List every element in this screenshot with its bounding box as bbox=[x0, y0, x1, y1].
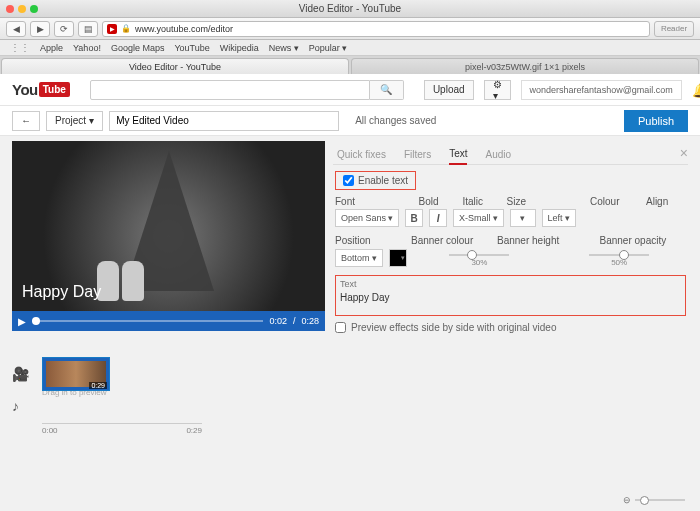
tab-active[interactable]: Video Editor - YouTube bbox=[1, 58, 349, 74]
back-to-projects-button[interactable]: ← bbox=[12, 111, 40, 131]
text-field-label: Text bbox=[340, 279, 357, 289]
text-input-box: Text Happy Day bbox=[335, 275, 686, 316]
time-current: 0:02 bbox=[269, 316, 287, 326]
enable-text-checkbox[interactable] bbox=[343, 175, 354, 186]
timeline-ruler: 0:00 0:29 bbox=[42, 423, 202, 435]
banner-height-slider[interactable]: 30% bbox=[413, 248, 547, 267]
lock-icon: 🔒 bbox=[121, 24, 131, 33]
project-bar: ← Project ▾ All changes saved Publish bbox=[0, 106, 700, 136]
clip-duration: 0:29 bbox=[89, 382, 107, 389]
tab-audio[interactable]: Audio bbox=[485, 149, 511, 164]
video-track-icon: 🎥 bbox=[12, 366, 32, 382]
position-label: Position bbox=[335, 235, 395, 246]
close-panel-icon[interactable]: × bbox=[680, 145, 688, 161]
user-account-button[interactable]: wondersharefantashow@gmail.com bbox=[521, 80, 682, 100]
effects-panel: Quick fixes Filters Text Audio × Enable … bbox=[333, 141, 688, 354]
search-input[interactable] bbox=[90, 80, 370, 100]
search-button[interactable]: 🔍 bbox=[370, 80, 404, 100]
time-duration: 0:28 bbox=[301, 316, 319, 326]
save-status: All changes saved bbox=[355, 115, 436, 126]
italic-label: Italic bbox=[463, 196, 491, 207]
url-field[interactable]: ▶ 🔒 www.youtube.com/editor bbox=[102, 21, 650, 37]
text-overlay: Happy Day bbox=[22, 283, 101, 301]
align-label: Align bbox=[646, 196, 686, 207]
zoom-icon: ⊖ bbox=[623, 495, 631, 505]
yt-header: YouTube 🔍 Upload ⚙ ▾ wondersharefantasho… bbox=[0, 74, 700, 106]
tab-quick-fixes[interactable]: Quick fixes bbox=[337, 149, 386, 164]
bookmarks-button[interactable]: ▤ bbox=[78, 21, 98, 37]
bookmarks-bar: ⋮⋮ Apple Yahoo! Google Maps YouTube Wiki… bbox=[0, 40, 700, 56]
bookmark-gmaps[interactable]: Google Maps bbox=[111, 43, 165, 53]
seek-bar[interactable] bbox=[32, 320, 263, 322]
banner-height-label: Banner height bbox=[497, 235, 584, 246]
size-dropdown[interactable]: X-Small ▾ bbox=[453, 209, 504, 227]
font-label: Font bbox=[335, 196, 403, 207]
reader-button[interactable]: Reader bbox=[654, 21, 694, 37]
timeline-hint: Drag in to preview bbox=[42, 388, 688, 397]
upload-button[interactable]: Upload bbox=[424, 80, 474, 100]
publish-button[interactable]: Publish bbox=[624, 110, 688, 132]
italic-button[interactable]: I bbox=[429, 209, 447, 227]
tab-strip: Video Editor - YouTube pixel-v03z5WtW.gi… bbox=[0, 56, 700, 74]
settings-gear-button[interactable]: ⚙ ▾ bbox=[484, 80, 511, 100]
video-preview[interactable]: Happy Day ▶ 0:02 / 0:28 bbox=[12, 141, 325, 331]
timeline: 🎥 0:29 Drag in to preview ♪ 0:00 0:29 bbox=[0, 354, 700, 443]
colour-label: Colour bbox=[590, 196, 630, 207]
bookmark-news[interactable]: News ▾ bbox=[269, 43, 299, 53]
browser-toolbar: ◀ ▶ ⟳ ▤ ▶ 🔒 www.youtube.com/editor Reade… bbox=[0, 18, 700, 40]
window-title: Video Editor - YouTube bbox=[0, 3, 700, 14]
bookmark-wikipedia[interactable]: Wikipedia bbox=[220, 43, 259, 53]
align-dropdown[interactable]: Left ▾ bbox=[542, 209, 576, 227]
video-frame bbox=[12, 141, 325, 331]
size-label: Size bbox=[507, 196, 575, 207]
tab-filters[interactable]: Filters bbox=[404, 149, 431, 164]
bookmark-youtube[interactable]: YouTube bbox=[174, 43, 209, 53]
os-title-bar: Video Editor - YouTube bbox=[0, 0, 700, 18]
project-menu-button[interactable]: Project ▾ bbox=[46, 111, 103, 131]
favicon: ▶ bbox=[107, 24, 117, 34]
zoom-control[interactable]: ⊖ bbox=[623, 495, 685, 505]
audio-track-icon: ♪ bbox=[12, 398, 32, 414]
forward-button[interactable]: ▶ bbox=[30, 21, 50, 37]
preview-sxs-checkbox[interactable] bbox=[335, 322, 346, 333]
notifications-bell-icon[interactable]: 🔔 bbox=[692, 82, 700, 98]
reload-button[interactable]: ⟳ bbox=[54, 21, 74, 37]
enable-text-row: Enable text bbox=[335, 171, 416, 190]
text-input[interactable]: Happy Day bbox=[340, 289, 681, 313]
banner-colour-swatch[interactable]: ▾ bbox=[389, 249, 407, 267]
player-controls: ▶ 0:02 / 0:28 bbox=[12, 311, 325, 331]
bookmarks-menu-icon[interactable]: ⋮⋮ bbox=[10, 42, 30, 53]
tab-text[interactable]: Text bbox=[449, 148, 467, 165]
ruler-start: 0:00 bbox=[42, 426, 58, 435]
timeline-clip[interactable]: 0:29 bbox=[42, 357, 110, 391]
bold-label: Bold bbox=[419, 196, 447, 207]
colour-dropdown[interactable]: ▾ bbox=[510, 209, 536, 227]
scene-dancer bbox=[122, 261, 144, 301]
bookmark-yahoo[interactable]: Yahoo! bbox=[73, 43, 101, 53]
position-dropdown[interactable]: Bottom ▾ bbox=[335, 249, 383, 267]
preview-sxs-label: Preview effects side by side with origin… bbox=[351, 322, 556, 333]
back-button[interactable]: ◀ bbox=[6, 21, 26, 37]
font-dropdown[interactable]: Open Sans ▾ bbox=[335, 209, 399, 227]
banner-opacity-slider[interactable]: 50% bbox=[552, 248, 686, 267]
project-title-input[interactable] bbox=[109, 111, 339, 131]
play-button[interactable]: ▶ bbox=[18, 316, 26, 327]
banner-opacity-label: Banner opacity bbox=[600, 235, 687, 246]
panel-tabs: Quick fixes Filters Text Audio bbox=[333, 141, 688, 165]
banner-colour-label: Banner colour bbox=[411, 235, 481, 246]
youtube-logo[interactable]: YouTube bbox=[12, 81, 70, 98]
ruler-end: 0:29 bbox=[186, 426, 202, 435]
time-sep: / bbox=[293, 316, 296, 326]
tab-inactive[interactable]: pixel-v03z5WtW.gif 1×1 pixels bbox=[351, 58, 699, 74]
bookmark-popular[interactable]: Popular ▾ bbox=[309, 43, 348, 53]
bold-button[interactable]: B bbox=[405, 209, 423, 227]
url-text: www.youtube.com/editor bbox=[135, 24, 233, 34]
enable-text-label: Enable text bbox=[358, 175, 408, 186]
bookmark-apple[interactable]: Apple bbox=[40, 43, 63, 53]
